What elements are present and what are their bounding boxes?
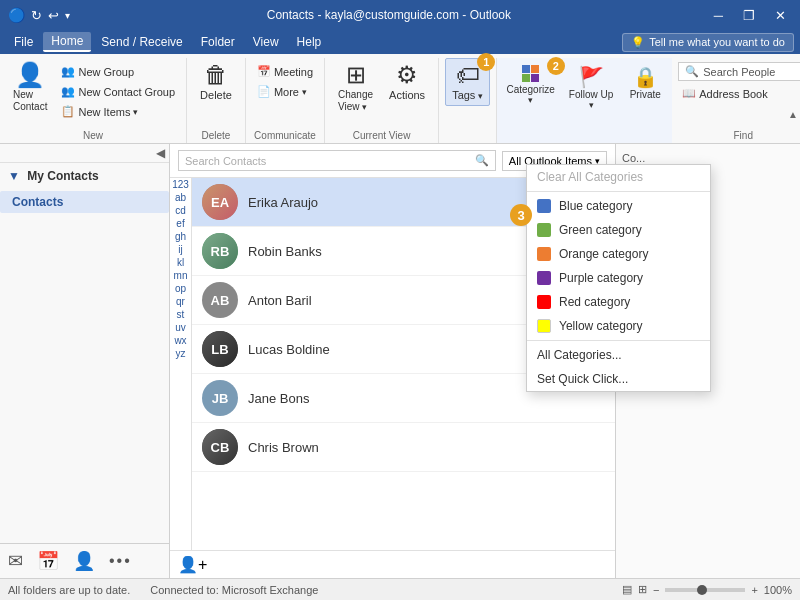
status-left: All folders are up to date. xyxy=(8,584,130,596)
alpha-wx[interactable]: wx xyxy=(170,334,191,347)
alpha-st[interactable]: st xyxy=(170,308,191,321)
cat-red[interactable]: Red category xyxy=(527,290,710,314)
cat-group-content: Categorize ▾ 2 🚩 Follow Up ▾ 🔒 Private xyxy=(501,62,668,141)
alpha-ef[interactable]: ef xyxy=(170,217,191,230)
menu-file[interactable]: File xyxy=(6,33,41,51)
contact-search-input[interactable]: Search Contacts 🔍 xyxy=(178,150,496,171)
change-view-button[interactable]: ⊞ ChangeView ▾ xyxy=(331,58,380,118)
new-items-icon: 📋 xyxy=(61,105,75,118)
alpha-qr[interactable]: qr xyxy=(170,295,191,308)
cat-purple[interactable]: Purple category xyxy=(527,266,710,290)
menu-view[interactable]: View xyxy=(245,33,287,51)
delete-button[interactable]: 🗑 Delete xyxy=(193,58,239,106)
ribbon-group-communicate: 📅 Meeting 📄 More ▾ Communicate xyxy=(246,58,325,143)
avatar-robin: RB xyxy=(202,233,238,269)
new-group-label: New Group xyxy=(78,66,134,78)
private-button[interactable]: 🔒 Private xyxy=(622,62,668,103)
sidebar-collapse-button[interactable]: ◀ xyxy=(156,146,165,160)
alpha-yz[interactable]: yz xyxy=(170,347,191,360)
alpha-123[interactable]: 123 xyxy=(170,178,191,191)
close-button[interactable]: ✕ xyxy=(769,6,792,25)
avatar-initials-anton: AB xyxy=(211,293,230,308)
status-middle: Connected to: Microsoft Exchange xyxy=(150,584,318,596)
menu-send-receive[interactable]: Send / Receive xyxy=(93,33,190,51)
ribbon-collapse[interactable]: ▲ xyxy=(786,107,800,121)
follow-up-button[interactable]: 🚩 Follow Up ▾ xyxy=(564,62,618,113)
new-contact-group-button[interactable]: 👥 New Contact Group xyxy=(56,82,180,101)
cat-yellow[interactable]: Yellow category xyxy=(527,314,710,338)
tags-icon: 🏷 xyxy=(456,63,480,87)
tags-group-label-text xyxy=(445,141,490,143)
new-contact-button[interactable]: 👤 NewContact xyxy=(6,58,54,118)
contact-footer: 👤+ xyxy=(170,550,615,578)
address-book-button[interactable]: 📖 Address Book xyxy=(678,85,771,102)
zoom-slider[interactable] xyxy=(665,588,745,592)
sidebar-item-contacts[interactable]: Contacts xyxy=(0,191,169,213)
private-icon: 🔒 xyxy=(633,65,658,89)
cat-square-green xyxy=(522,74,530,82)
tell-me-box[interactable]: 💡 Tell me what you want to do xyxy=(622,33,794,52)
actions-button[interactable]: ⚙ Actions xyxy=(382,58,432,106)
cat-blue[interactable]: Blue category xyxy=(527,194,710,218)
alpha-uv[interactable]: uv xyxy=(170,321,191,334)
contact-item-chris[interactable]: CB Chris Brown xyxy=(192,423,615,472)
cat-color-blue xyxy=(537,199,551,213)
cat-clear-all[interactable]: Clear All Categories xyxy=(527,165,710,189)
refresh-icon[interactable]: ↻ xyxy=(31,8,42,23)
cat-blue-label: Blue category xyxy=(559,199,632,213)
categorize-button[interactable]: Categorize ▾ 2 xyxy=(501,62,559,108)
zoom-minus[interactable]: − xyxy=(653,584,659,596)
zoom-level: 100% xyxy=(764,584,792,596)
minimize-button[interactable]: ─ xyxy=(708,6,729,25)
delete-group-label: Delete xyxy=(193,130,239,143)
find-label: Find xyxy=(678,130,800,143)
cat-set-quick-click[interactable]: Set Quick Click... xyxy=(527,367,710,391)
menu-home[interactable]: Home xyxy=(43,32,91,52)
alpha-op[interactable]: op xyxy=(170,282,191,295)
add-contact-icon[interactable]: 👤+ xyxy=(178,555,207,574)
more-button[interactable]: 📄 More ▾ xyxy=(252,82,318,101)
alpha-mn[interactable]: mn xyxy=(170,269,191,282)
alpha-ij[interactable]: ij xyxy=(170,243,191,256)
alpha-cd[interactable]: cd xyxy=(170,204,191,217)
meeting-button[interactable]: 📅 Meeting xyxy=(252,62,318,81)
new-group-button[interactable]: 👥 New Group xyxy=(56,62,180,81)
cat-all-categories[interactable]: All Categories... xyxy=(527,343,710,367)
more-nav-button[interactable]: ••• xyxy=(109,552,132,570)
follow-up-label: Follow Up xyxy=(569,89,613,100)
cat-red-label: Red category xyxy=(559,295,630,309)
alpha-gh[interactable]: gh xyxy=(170,230,191,243)
ribbon-group-current-view: ⊞ ChangeView ▾ ⚙ Actions Current View xyxy=(325,58,439,143)
view-icon-2[interactable]: ⊞ xyxy=(638,583,647,596)
zoom-plus[interactable]: + xyxy=(751,584,757,596)
follow-up-dropdown: ▾ xyxy=(589,100,594,110)
tags-group-content: 🏷 Tags ▾ 1 xyxy=(445,58,490,141)
calendar-nav-icon[interactable]: 📅 xyxy=(37,550,59,572)
view-icon-1[interactable]: ▤ xyxy=(622,583,632,596)
zoom-handle[interactable] xyxy=(697,585,707,595)
alpha-kl[interactable]: kl xyxy=(170,256,191,269)
tags-button[interactable]: 🏷 Tags ▾ 1 xyxy=(445,58,490,106)
search-people-box[interactable]: 🔍 Search People xyxy=(678,62,800,81)
mail-nav-icon[interactable]: ✉ xyxy=(8,550,23,572)
menu-help[interactable]: Help xyxy=(289,33,330,51)
undo-icon[interactable]: ↩ xyxy=(48,8,59,23)
cat-orange[interactable]: Orange category xyxy=(527,242,710,266)
menu-folder[interactable]: Folder xyxy=(193,33,243,51)
contacts-nav-icon[interactable]: 👤 xyxy=(73,550,95,572)
more-label: More xyxy=(274,86,299,98)
cat-quick-label: Set Quick Click... xyxy=(537,372,628,386)
new-contact-group-icon: 👥 xyxy=(61,85,75,98)
categorize-color-grid xyxy=(522,65,539,82)
sidebar: ◀ ▼ My Contacts Contacts ✉ 📅 👤 ••• xyxy=(0,144,170,578)
private-label: Private xyxy=(630,89,661,100)
cat-square-blue xyxy=(522,65,530,73)
cat-green[interactable]: Green category xyxy=(527,218,710,242)
new-items-button[interactable]: 📋 New Items ▾ xyxy=(56,102,180,121)
alpha-ab[interactable]: ab xyxy=(170,191,191,204)
my-contacts-header: ▼ My Contacts xyxy=(0,163,169,189)
contact-name-jane: Jane Bons xyxy=(248,391,309,406)
restore-button[interactable]: ❐ xyxy=(737,6,761,25)
cat-orange-label: Orange category xyxy=(559,247,648,261)
sidebar-section: Contacts xyxy=(0,189,169,215)
